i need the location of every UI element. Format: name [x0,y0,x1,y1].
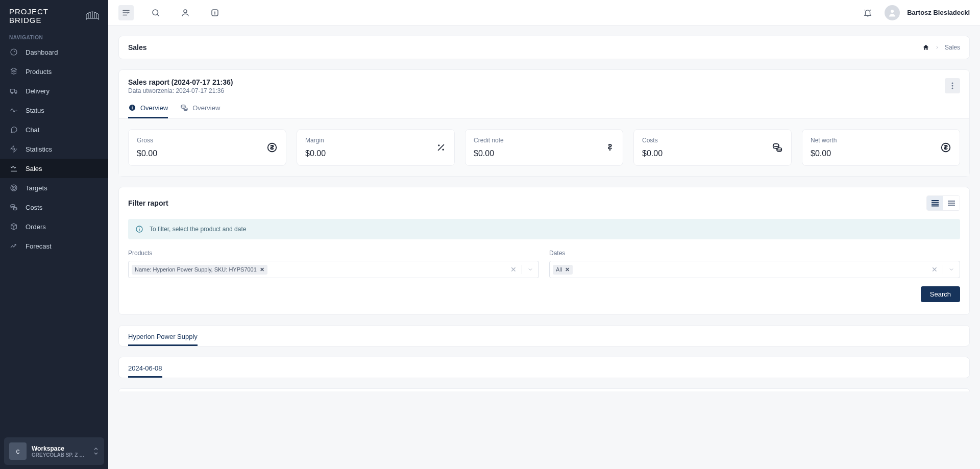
svg-rect-9 [10,89,14,92]
stat-label: Costs [642,137,663,144]
sales-icon [9,164,18,173]
svg-point-40 [773,144,779,147]
date-chip-label: All [556,266,562,273]
stat-card-gross: Gross$0.00 [128,129,286,166]
products-field-label: Products [128,250,539,257]
dashboard-icon [9,47,18,57]
page-header: Sales Sales [118,36,970,59]
report-tab-1[interactable]: Overview [180,98,220,118]
notifications-button[interactable] [860,5,875,20]
view-toggle-loose[interactable] [943,196,960,210]
date-chip-remove[interactable]: ✕ [565,266,570,273]
brand-logo[interactable]: PROJECT BRIDGE [0,0,108,30]
stat-card-margin: Margin$0.00 [297,129,455,166]
filter-hint: To filter, select the product and date [150,226,246,233]
breadcrumb-home[interactable] [922,44,929,51]
date-result-card: 2024-06-08 [118,357,970,378]
sidebar-item-label: Sales [26,165,42,172]
report-tab-label: Overview [140,104,168,112]
percent-icon [436,142,446,153]
search-button[interactable]: Search [921,286,960,302]
user-avatar[interactable] [885,5,900,20]
user-name[interactable]: Bartosz Biesiadecki [907,9,970,16]
sidebar-item-statistics[interactable]: Statistics [0,139,108,159]
stat-card-net-worth: Net worth$0.00 [802,129,960,166]
product-chip-label: Name: Hyperion Power Supply, SKU: HYPS70… [135,266,257,273]
profile-button[interactable] [178,5,193,20]
product-result-tab[interactable]: Hyperion Power Supply [128,328,198,346]
svg-point-13 [11,185,17,191]
sidebar-item-costs[interactable]: Costs [0,198,108,217]
svg-point-14 [12,186,16,190]
sidebar-item-label: Delivery [26,87,50,95]
svg-point-39 [443,149,444,151]
sidebar-item-label: Dashboard [26,48,58,56]
sidebar-item-label: Costs [26,204,42,211]
dates-caret[interactable] [946,266,957,273]
workspace-title: Workspace [32,445,88,452]
info-icon [128,104,136,112]
stat-label: Credit note [474,137,504,144]
sidebar-item-sales[interactable]: Sales [0,159,108,178]
brand-text: PROJECT BRIDGE [9,7,83,24]
info-icon [135,225,143,233]
workspace-switcher[interactable]: c Workspace GREYCOLAB SP. Z O.... [4,437,104,465]
stat-card-credit-note: Credit note$0.00 [465,129,623,166]
sidebar-item-label: Chat [26,126,39,134]
report-subtitle: Data utworzenia: 2024-07-17 21:36 [128,87,233,94]
chat-icon [9,125,18,134]
report-tab-0[interactable]: Overview [128,98,168,118]
stat-value: $0.00 [642,149,663,158]
svg-point-29 [952,85,953,87]
report-stats: Gross$0.00Margin$0.00Credit note$0.00Cos… [119,118,969,176]
orders-icon [9,222,18,231]
report-title: Sales raport (2024-07-17 21:36) [128,78,233,86]
dates-clear[interactable]: ✕ [929,265,940,274]
search-button[interactable] [148,5,163,20]
chevron-right-icon [935,45,940,50]
targets-icon [9,183,18,192]
sidebar-item-targets[interactable]: Targets [0,178,108,198]
svg-point-17 [13,207,17,209]
svg-point-33 [132,106,133,107]
sidebar-item-dashboard[interactable]: Dashboard [0,42,108,62]
svg-point-28 [952,83,953,84]
sidebar-item-chat[interactable]: Chat [0,120,108,139]
view-toggle-dense[interactable] [927,196,943,210]
sidebar-section-label: NAVIGATION [0,30,108,42]
dollar-circle-icon [940,142,951,153]
report-card: Sales raport (2024-07-17 21:36) Data utw… [118,69,970,177]
sidebar-item-label: Statistics [26,145,52,153]
sidebar-item-forecast[interactable]: Forecast [0,236,108,256]
svg-point-11 [15,92,17,94]
date-result-tab[interactable]: 2024-06-08 [128,359,162,378]
stat-label: Margin [305,137,326,144]
sidebar-item-status[interactable]: Status [0,101,108,120]
sidebar-item-delivery[interactable]: Delivery [0,81,108,101]
statistics-icon [9,144,18,154]
svg-point-16 [11,205,15,207]
delivery-icon [9,86,18,95]
filter-card: Filter raport To filter, select [118,187,970,315]
svg-point-12 [13,148,15,150]
report-actions-menu[interactable] [945,78,960,93]
dollar-icon [605,142,615,153]
products-caret[interactable] [525,266,535,273]
stat-value: $0.00 [811,149,837,158]
stat-value: $0.00 [137,149,157,158]
svg-point-23 [184,10,187,13]
sidebar-item-products[interactable]: Products [0,62,108,81]
sidebar-item-label: Products [26,68,52,76]
products-select[interactable]: Name: Hyperion Power Supply, SKU: HYPS70… [128,261,539,278]
dates-select[interactable]: All ✕ ✕ [549,261,960,278]
product-chip-remove[interactable]: ✕ [260,266,264,273]
sidebar: PROJECT BRIDGE NAVIGATION DashboardProdu… [0,0,108,469]
products-clear[interactable]: ✕ [508,265,519,274]
sidebar-toggle-button[interactable] [118,5,134,20]
topbar: Bartosz Biesiadecki [108,0,980,26]
breadcrumb: Sales [922,44,960,51]
sidebar-item-orders[interactable]: Orders [0,217,108,236]
info-button[interactable] [207,5,223,20]
dollar-circle-icon [266,142,278,153]
coins-icon [772,142,783,153]
